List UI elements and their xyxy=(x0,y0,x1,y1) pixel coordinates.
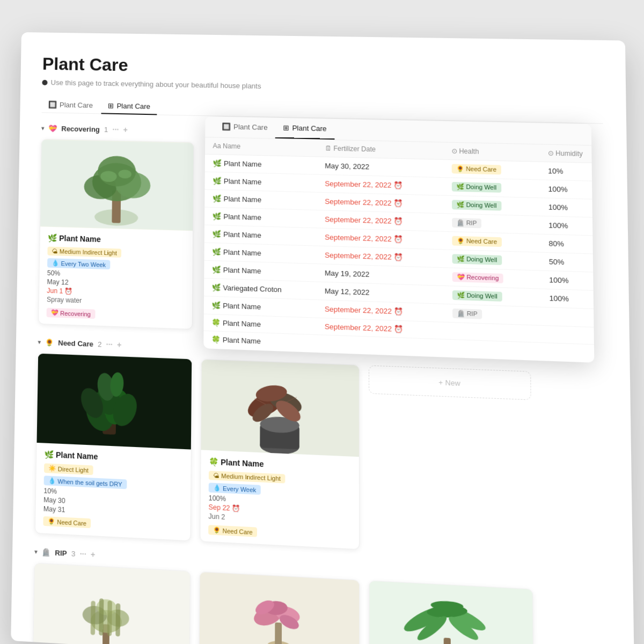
plant-illustration-1 xyxy=(40,140,193,231)
card-image-rip-2 xyxy=(200,572,360,644)
card-image-nc-1 xyxy=(37,354,192,450)
popup-table: Aa Name 🗓 Fertilizer Date ⊙ Health ⊙ Hum… xyxy=(203,137,594,362)
card-name-1: 🌿 Plant Name xyxy=(48,233,185,246)
plant-illustration-nc-1 xyxy=(37,354,192,450)
light-tag-nc-2[interactable]: 🌤 Medium Indirect Light xyxy=(209,471,286,484)
card-rip-3 xyxy=(369,580,533,644)
col-header-name: Aa Name xyxy=(205,137,317,157)
new-card-btn-nc[interactable]: + New xyxy=(369,365,531,400)
subtitle-text: Use this page to track everything about … xyxy=(50,78,261,90)
light-tag-nc-1[interactable]: ☀️ Direct Light xyxy=(44,463,93,475)
tab-table[interactable]: ⊞ Plant Care xyxy=(101,98,157,115)
popup-humidity-cell xyxy=(541,342,594,361)
group-need-care-emoji: 🌻 xyxy=(45,338,54,347)
plant-illustration-rip-1 xyxy=(33,564,190,644)
col-header-date: 🗓 Fertilizer Date xyxy=(317,140,444,159)
collapse-icon[interactable]: ▾ xyxy=(41,125,44,131)
status-badge-nc-2: 🌻 Need Care xyxy=(208,525,257,537)
card-body-1: 🌿 Plant Name 🌤 Medium Indirect Light xyxy=(39,226,193,329)
popup-tab-gallery-icon: 🔲 xyxy=(222,122,231,131)
popup-tab-table-icon: ⊞ xyxy=(283,123,290,132)
group-rip: ▾ 🪦 RIP 3 ··· + xyxy=(33,547,610,644)
popup-humidity-cell: 100% xyxy=(540,216,593,236)
tab-table-label: Plant Care xyxy=(116,102,150,111)
popup-name-cell: 🌿 Plant Name xyxy=(204,189,317,210)
card-image-rip-3 xyxy=(369,581,533,644)
group-need-care: ▾ 🌻 Need Care 2 ··· + xyxy=(35,338,609,562)
popup-date-cell: May 30, 2022 xyxy=(317,157,443,178)
page-title: Plant Care xyxy=(42,54,603,84)
plant-illustration-nc-2 xyxy=(201,360,359,457)
popup-name-cell: 🌿 Plant Name xyxy=(204,172,317,192)
popup-table-window: 🔲 Plant Care ⊞ Plant Care Aa Name 🗓 Fert… xyxy=(203,116,594,363)
popup-health-cell: 🌻 Need Care xyxy=(443,159,540,180)
card-rip-2 xyxy=(199,572,360,644)
popup-health-cell: 🌿 Doing Well xyxy=(444,195,540,216)
group-need-care-count: 2 xyxy=(98,340,102,348)
light-tag-1[interactable]: 🌤 Medium Indirect Light xyxy=(47,247,121,258)
card-body-nc-2: 🍀 Plant Name 🌤 Medium Indirect Light xyxy=(200,450,359,549)
popup-humidity-cell: 100% xyxy=(540,198,592,217)
popup-tab-table-label: Plant Care xyxy=(292,124,326,133)
col-header-health: ⊙ Health xyxy=(443,142,540,162)
svg-rect-49 xyxy=(444,638,451,644)
tab-gallery-icon: 🔲 xyxy=(48,100,57,108)
collapse-icon-3[interactable]: ▾ xyxy=(34,548,37,555)
group-more-btn-3[interactable]: ··· xyxy=(80,549,86,559)
plant-illustration-rip-3 xyxy=(369,581,533,644)
popup-tab-gallery-label: Plant Care xyxy=(233,123,268,132)
popup-humidity-cell: 10% xyxy=(540,162,592,181)
col-header-humidity: ⊙ Humidity xyxy=(539,144,591,163)
group-more-btn-2[interactable]: ··· xyxy=(106,340,113,349)
water-tag-1[interactable]: 💧 Every Two Week xyxy=(47,258,110,269)
group-rip-emoji: 🪦 xyxy=(41,547,50,557)
popup-tab-table[interactable]: ⊞ Plant Care xyxy=(275,118,334,140)
card-image-nc-2 xyxy=(201,360,359,457)
group-recovering-emoji: 💝 xyxy=(48,124,57,133)
card-image-1 xyxy=(40,140,193,231)
tab-gallery-label: Plant Care xyxy=(60,101,93,109)
popup-health-cell: 🌿 Doing Well xyxy=(444,250,541,270)
popup-humidity-cell: 100% xyxy=(541,270,594,290)
bullet-icon xyxy=(42,79,47,85)
water-tag-nc-2[interactable]: 💧 Every Week xyxy=(209,482,261,495)
card-nc-2: 🍀 Plant Name 🌤 Medium Indirect Light xyxy=(200,359,360,550)
clock-icon-1: ⏰ xyxy=(64,287,72,295)
group-recovering-name: Recovering xyxy=(61,125,100,134)
tab-table-icon: ⊞ xyxy=(108,101,114,109)
popup-humidity-cell: 80% xyxy=(540,234,593,254)
group-rip-name: RIP xyxy=(55,548,67,558)
clock-icon-nc-2: ⏰ xyxy=(232,504,240,513)
collapse-icon-2[interactable]: ▾ xyxy=(38,339,40,345)
group-rip-count: 3 xyxy=(71,549,76,558)
group-add-btn[interactable]: + xyxy=(123,126,128,134)
popup-humidity-cell: 100% xyxy=(540,180,592,199)
group-recovering-count: 1 xyxy=(104,125,108,133)
card-rip-1 xyxy=(33,563,191,644)
popup-name-cell: 🌿 Plant Name xyxy=(205,154,317,174)
group-more-btn[interactable]: ··· xyxy=(112,125,119,134)
popup-humidity-cell: 100% xyxy=(541,289,594,309)
card-image-rip-1 xyxy=(33,564,190,644)
svg-rect-38 xyxy=(107,601,112,636)
popup-table-container: Aa Name 🗓 Fertilizer Date ⊙ Health ⊙ Hum… xyxy=(203,137,594,363)
status-badge-nc-1: 🌻 Need Care xyxy=(43,516,91,528)
group-add-btn-2[interactable]: + xyxy=(117,340,122,349)
svg-rect-36 xyxy=(91,601,96,635)
popup-humidity-cell xyxy=(541,325,594,345)
status-badge-1: 💝 Recovering xyxy=(47,308,96,319)
plant-illustration-rip-2 xyxy=(200,572,360,644)
popup-health-cell: 🌿 Doing Well xyxy=(443,178,540,198)
popup-humidity-cell: 50% xyxy=(540,252,593,272)
group-need-care-name: Need Care xyxy=(58,339,93,348)
group-add-btn-3[interactable]: + xyxy=(91,550,96,559)
popup-health-cell: 🪦 RIP xyxy=(444,214,540,235)
card-nc-1: 🌿 Plant Name ☀️ Direct Light 💧 When xyxy=(35,353,193,541)
svg-rect-42 xyxy=(275,623,282,644)
card-body-nc-1: 🌿 Plant Name ☀️ Direct Light 💧 When xyxy=(35,443,191,540)
popup-health-cell: 💝 Recovering xyxy=(444,268,541,289)
popup-tab-gallery[interactable]: 🔲 Plant Care xyxy=(214,117,276,138)
svg-rect-37 xyxy=(99,598,104,635)
card-recovering-1: 🌿 Plant Name 🌤 Medium Indirect Light xyxy=(38,139,194,330)
tab-gallery[interactable]: 🔲 Plant Care xyxy=(42,97,100,114)
